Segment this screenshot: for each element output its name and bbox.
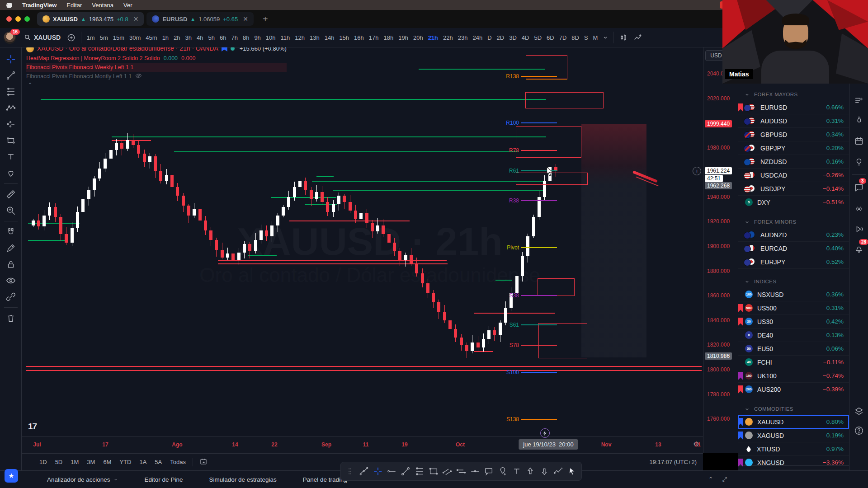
pivot-line-s38[interactable] — [521, 295, 557, 296]
zoom-in-icon[interactable] — [2, 202, 19, 219]
chat-icon[interactable]: 3 — [853, 181, 865, 194]
indicator-row-fib-montly[interactable]: Fibonacci Pivots Fibonacci Montly Left 1… — [26, 72, 287, 81]
quick-search-button[interactable]: ★ — [5, 469, 18, 483]
level-line[interactable] — [41, 99, 546, 100]
compare-icon[interactable] — [631, 33, 645, 42]
hide-all-icon[interactable] — [2, 272, 19, 289]
pivot-line-r78[interactable] — [521, 150, 557, 151]
slash-dots-tool-icon[interactable] — [358, 465, 371, 478]
flag-marker-icon[interactable] — [738, 103, 743, 112]
candle[interactable] — [321, 192, 324, 202]
candle[interactable] — [298, 181, 302, 187]
channel-tool-icon[interactable] — [441, 465, 454, 478]
candle[interactable] — [221, 250, 224, 257]
candle[interactable] — [176, 187, 179, 196]
crosshair-icon[interactable] — [2, 51, 19, 67]
cursor-tool-icon[interactable] — [566, 465, 579, 478]
prediction-tool-icon[interactable] — [552, 465, 565, 478]
new-tab-button[interactable]: + — [263, 14, 268, 24]
level-line[interactable] — [248, 255, 277, 256]
alerts-icon[interactable]: 28 — [853, 242, 865, 255]
fib-retracement-tool-icon[interactable] — [413, 465, 426, 478]
candle[interactable] — [410, 255, 413, 263]
interval-24h[interactable]: 24h — [470, 33, 485, 43]
candle[interactable] — [398, 251, 401, 260]
range-5a[interactable]: 5A — [151, 457, 166, 467]
interval-14h[interactable]: 14h — [322, 33, 337, 43]
range-ytd[interactable]: YTD — [115, 457, 135, 467]
candle[interactable] — [443, 312, 446, 320]
candle[interactable] — [159, 171, 162, 181]
watchlist-row-usdcad[interactable]: USDCAD−0.26% — [738, 169, 849, 182]
interval-5m[interactable]: 5m — [97, 33, 110, 43]
pivot-line-s61[interactable] — [521, 324, 557, 325]
interval-13h[interactable]: 13h — [307, 33, 322, 43]
draw-pencil-icon[interactable] — [2, 240, 19, 256]
candle[interactable] — [259, 230, 263, 240]
level-line[interactable] — [312, 181, 545, 182]
candle[interactable] — [521, 256, 524, 276]
interval-20h[interactable]: 20h — [410, 33, 425, 43]
callout-tool-icon[interactable] — [482, 465, 495, 478]
go-to-date-icon[interactable] — [199, 457, 208, 467]
interval-M[interactable]: M — [590, 33, 600, 43]
watchlist-row-dxy[interactable]: SDXY−0.51% — [738, 196, 849, 209]
tab-editor-pine[interactable]: Editor de Pine — [145, 476, 183, 483]
short-position-zone[interactable] — [581, 124, 646, 357]
watchlist-row-eurcad[interactable]: EURCAD0.40% — [738, 242, 849, 255]
link-icon[interactable] — [2, 289, 19, 305]
fib-retracement-icon[interactable] — [2, 84, 19, 100]
candle[interactable] — [132, 140, 135, 145]
watchlist-row-uk100[interactable]: 100UK100−0.74% — [738, 369, 849, 383]
arrow-down-tool-icon[interactable] — [538, 465, 551, 478]
section-forex-minors[interactable]: FOREX MINORS — [738, 216, 849, 228]
watchlist-row-eu50[interactable]: 50EU500.06% — [738, 342, 849, 356]
remove-icon[interactable] — [2, 310, 19, 326]
close-tab-icon[interactable]: ✕ — [133, 15, 139, 23]
text-icon[interactable] — [2, 149, 19, 165]
candle[interactable] — [387, 234, 391, 243]
range-3m[interactable]: 3M — [83, 457, 99, 467]
candle[interactable] — [243, 244, 246, 253]
range-1a[interactable]: 1A — [135, 457, 151, 467]
flag-marker-icon[interactable] — [738, 385, 743, 394]
watchlist-row-xngusd[interactable]: XNGUSD−3.36% — [738, 456, 849, 469]
level-line[interactable] — [333, 190, 545, 191]
interval-22h[interactable]: 22h — [441, 33, 456, 43]
interval-19h[interactable]: 19h — [396, 33, 411, 43]
candle[interactable] — [349, 202, 352, 211]
candle[interactable] — [376, 225, 379, 232]
candle[interactable] — [37, 221, 40, 227]
candle[interactable] — [421, 273, 424, 283]
tab-xauusd[interactable]: XAUUSD ▲ 1963.475 +0.8 ✕ — [37, 12, 144, 26]
resize-panel-icon[interactable]: ⤢ — [722, 476, 727, 483]
candle[interactable] — [81, 199, 85, 211]
watchlist-add-icon[interactable] — [853, 94, 865, 107]
candle[interactable] — [343, 196, 346, 202]
level-line[interactable] — [289, 221, 410, 221]
interval-8D[interactable]: 8D — [569, 33, 582, 43]
candle[interactable] — [493, 330, 496, 335]
text-tool-icon[interactable] — [510, 465, 523, 478]
candle[interactable] — [471, 343, 474, 351]
candle[interactable] — [304, 181, 307, 189]
candle[interactable] — [515, 276, 519, 293]
candle[interactable] — [526, 236, 529, 256]
interval-3D[interactable]: 3D — [507, 33, 519, 43]
candle[interactable] — [337, 196, 340, 204]
level-line[interactable] — [218, 263, 448, 264]
candle[interactable] — [237, 253, 241, 260]
calendar-icon[interactable] — [853, 135, 865, 147]
flag-marker-icon[interactable] — [738, 372, 743, 380]
traffic-lights[interactable] — [6, 16, 30, 22]
watchlist-row-gbpjpy[interactable]: GBPJPY0.20% — [738, 141, 849, 155]
interval-9h[interactable]: 9h — [252, 33, 263, 43]
watchlist-row-us500[interactable]: 500US5000.31% — [738, 301, 849, 315]
tradingview-logo[interactable]: 17 — [28, 422, 37, 432]
price-note-tool-icon[interactable] — [496, 465, 509, 478]
candle[interactable] — [371, 223, 374, 231]
chart-style-icon[interactable] — [616, 33, 631, 42]
interval-17h[interactable]: 17h — [366, 33, 381, 43]
chart-pane[interactable]: XAUUSD · 21h Oro al contado / Dólar esta… — [22, 47, 703, 436]
grip-tool-icon[interactable] — [344, 465, 357, 478]
